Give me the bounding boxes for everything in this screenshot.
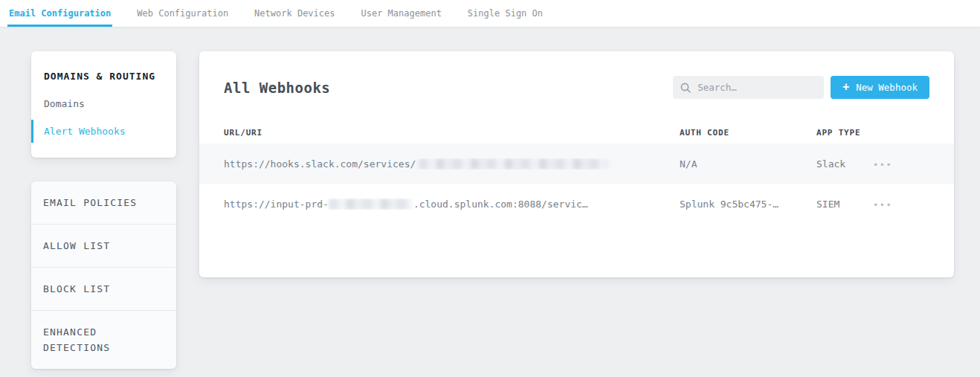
url-text: https://hooks.slack.com/services/ xyxy=(224,158,416,170)
search-icon xyxy=(680,83,691,93)
tab-network-devices[interactable]: Network Devices xyxy=(253,0,336,27)
tab-user-management[interactable]: User Management xyxy=(359,0,442,27)
sidebar-item-block-list[interactable]: BLOCK LIST xyxy=(31,267,176,310)
sidebar-item-enhanced-detections[interactable]: ENHANCED DETECTIONS xyxy=(31,310,176,369)
column-header-auth-code: AUTH CODE xyxy=(680,128,816,138)
row-menu-ellipsis-icon[interactable]: ••• xyxy=(873,200,892,210)
new-webhook-label: New Webhook xyxy=(856,82,918,93)
top-navigation: Email Configuration Web Configuration Ne… xyxy=(0,0,980,27)
sidebar-item-email-policies[interactable]: EMAIL POLICIES xyxy=(31,181,176,224)
url-text-suffix: .cloud.splunk.com:8088/servic… xyxy=(413,199,588,210)
url-text: https://input-prd- xyxy=(224,199,329,210)
webhooks-panel: All Webhooks + New Webhook URL/URI AUTH … xyxy=(199,51,954,277)
sidebar-item-domains[interactable]: Domains xyxy=(31,98,176,109)
plus-icon: + xyxy=(842,82,849,93)
webhook-url: https://input-prd- .cloud.splunk.com:808… xyxy=(224,199,680,210)
new-webhook-button[interactable]: + New Webhook xyxy=(831,76,929,99)
table-row: https://input-prd- .cloud.splunk.com:808… xyxy=(199,184,954,224)
redacted-url-segment xyxy=(419,158,608,170)
tab-web-configuration[interactable]: Web Configuration xyxy=(135,0,230,27)
email-sections-card: EMAIL POLICIES ALLOW LIST BLOCK LIST ENH… xyxy=(31,181,176,369)
table-row: https://hooks.slack.com/services/ N/A Sl… xyxy=(199,144,954,184)
column-header-url: URL/URI xyxy=(224,128,680,138)
app-type-value: SIEM xyxy=(816,199,873,210)
sidebar-item-allow-list[interactable]: ALLOW LIST xyxy=(31,224,176,267)
page-layout: DOMAINS & ROUTING Domains Alert Webhooks… xyxy=(0,27,980,369)
auth-code-value: N/A xyxy=(680,158,816,170)
webhook-url: https://hooks.slack.com/services/ xyxy=(224,158,680,170)
page-title: All Webhooks xyxy=(224,80,673,96)
search-box xyxy=(673,76,824,99)
sidebar: DOMAINS & ROUTING Domains Alert Webhooks… xyxy=(31,51,176,369)
redacted-url-segment xyxy=(329,199,412,210)
domains-routing-card: DOMAINS & ROUTING Domains Alert Webhooks xyxy=(31,51,176,158)
tab-email-configuration[interactable]: Email Configuration xyxy=(7,0,112,27)
sidebar-item-alert-webhooks[interactable]: Alert Webhooks xyxy=(31,120,176,143)
webhooks-header: All Webhooks + New Webhook xyxy=(199,51,954,121)
column-header-app-type: APP TYPE xyxy=(816,128,873,138)
tab-single-sign-on[interactable]: Single Sign On xyxy=(466,0,544,27)
row-menu-ellipsis-icon[interactable]: ••• xyxy=(873,160,892,170)
search-input[interactable] xyxy=(697,82,816,93)
table-header-row: URL/URI AUTH CODE APP TYPE xyxy=(199,121,954,144)
auth-code-value: Splunk 9c5bc475-… xyxy=(680,199,816,210)
domains-routing-heading: DOMAINS & ROUTING xyxy=(31,71,176,82)
app-type-value: Slack xyxy=(816,158,873,170)
